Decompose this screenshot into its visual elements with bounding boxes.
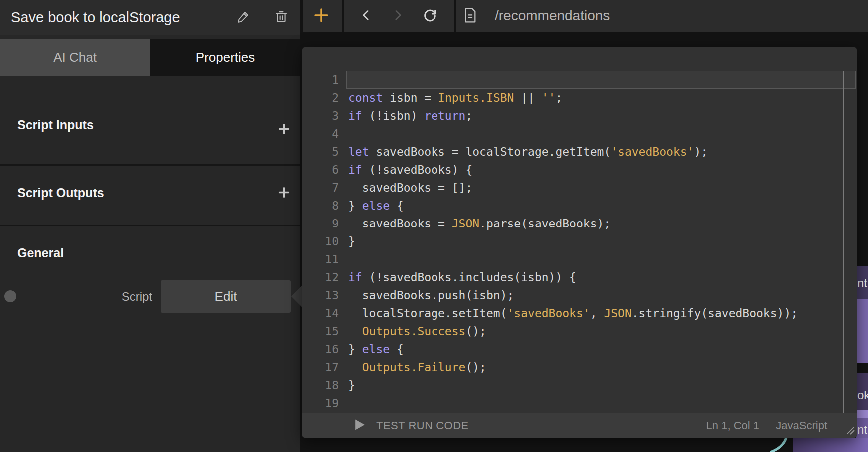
play-icon [355, 419, 365, 432]
line-number: 16 [302, 340, 339, 358]
code-line[interactable]: localStorage.setItem('savedBooks', JSON.… [348, 304, 798, 322]
active-line-highlight [346, 71, 856, 89]
code-line[interactable]: if (!savedBooks) { [348, 161, 472, 179]
toolbar-tile-add [303, 0, 342, 32]
indent-guide [351, 179, 351, 197]
page-icon [463, 7, 477, 25]
plus-icon [278, 123, 290, 137]
code-line[interactable]: } else { [348, 340, 404, 358]
indent-guide [351, 358, 351, 376]
line-number: 2 [302, 89, 339, 107]
line-number: 17 [302, 358, 339, 376]
editor-scrollbar[interactable] [843, 71, 844, 413]
forward-button[interactable] [387, 0, 409, 32]
add-script-output-button[interactable] [274, 183, 294, 203]
code-line[interactable]: const isbn = Inputs.ISBN || ''; [348, 89, 562, 107]
line-number: 1 [302, 71, 339, 89]
indent-guide [351, 286, 351, 304]
chevron-right-icon [391, 7, 404, 25]
tab-properties[interactable]: Properties [150, 39, 300, 76]
line-number: 9 [302, 215, 339, 232]
code-line[interactable]: if (!savedBooks.includes(isbn)) { [348, 268, 576, 286]
add-script-input-button[interactable] [274, 120, 294, 140]
plus-icon-orange [313, 7, 329, 25]
section-title-script-inputs: Script Inputs [17, 117, 94, 132]
line-number: 6 [302, 161, 339, 179]
trash-icon [274, 10, 288, 25]
line-number: 19 [302, 394, 339, 412]
section-title-general: General [17, 245, 64, 260]
cursor-position-status: Ln 1, Col 1 [706, 413, 759, 438]
pencil-icon [237, 10, 250, 25]
line-number: 12 [302, 268, 339, 286]
toolbar-tile-url: /recommendations [456, 0, 868, 32]
refresh-button[interactable] [419, 0, 441, 32]
code-line[interactable]: savedBooks = JSON.parse(savedBooks); [348, 215, 611, 232]
line-number: 11 [302, 250, 339, 268]
line-number: 15 [302, 322, 339, 340]
section-divider [0, 164, 300, 166]
add-node-button[interactable] [310, 0, 332, 32]
edit-script-button[interactable]: Edit [161, 280, 291, 313]
canvas-node-fragment[interactable] [856, 410, 868, 418]
canvas-node-fragment[interactable]: nt [856, 266, 868, 299]
code-line[interactable]: } else { [348, 197, 404, 215]
test-run-code-button[interactable]: TEST RUN CODE [355, 413, 469, 438]
panel-header: Save book to localStorage [0, 0, 300, 35]
tab-ai-chat[interactable]: AI Chat [0, 39, 150, 76]
line-number: 13 [302, 286, 339, 304]
language-badge: JavaScript [776, 413, 827, 438]
editor-footer-bar: TEST RUN CODE Ln 1, Col 1 JavaScript [302, 413, 857, 438]
indent-guide [351, 322, 351, 340]
code-line[interactable]: } [348, 232, 355, 250]
canvas-node-fragment[interactable]: ok [856, 373, 868, 410]
code-line[interactable]: Outputs.Failure(); [348, 358, 486, 376]
line-number: 3 [302, 107, 339, 125]
section-title-script-outputs: Script Outputs [17, 185, 104, 200]
line-number: 18 [302, 376, 339, 394]
line-number: 7 [302, 179, 339, 197]
section-divider [0, 225, 300, 226]
line-number: 14 [302, 304, 339, 322]
code-line[interactable]: savedBooks.push(isbn); [348, 286, 514, 304]
code-line[interactable]: savedBooks = []; [348, 179, 472, 197]
canvas-node-fragment[interactable] [856, 299, 868, 363]
chevron-left-icon [360, 7, 373, 25]
script-field-label: Script [77, 290, 152, 304]
indent-guide [351, 304, 351, 322]
code-line[interactable]: if (!isbn) return; [348, 107, 472, 125]
indent-guide [351, 215, 351, 232]
line-number: 4 [302, 125, 339, 143]
toolbar-tile-nav [344, 0, 454, 32]
code-line[interactable]: Outputs.Success(); [348, 322, 486, 340]
page-selector-button[interactable] [459, 0, 481, 32]
panel-tabs: AI Chat Properties [0, 39, 300, 76]
line-number: 5 [302, 143, 339, 161]
plus-icon [278, 186, 290, 200]
script-editor-popover: 12345678910111213141516171819 const isbn… [302, 47, 857, 438]
page-url[interactable]: /recommendations [495, 0, 610, 32]
line-number: 10 [302, 232, 339, 250]
rename-button[interactable] [232, 6, 254, 28]
refresh-icon [423, 8, 437, 24]
code-line[interactable]: let savedBooks = localStorage.getItem('s… [348, 143, 708, 161]
properties-panel: Save book to localStorage AI Chat Proper… [0, 0, 300, 452]
code-line[interactable]: } [348, 376, 355, 394]
test-run-code-label: TEST RUN CODE [376, 419, 469, 432]
resize-handle-icon[interactable] [844, 424, 855, 435]
workflow-title: Save book to localStorage [11, 0, 180, 35]
binding-dot[interactable] [4, 290, 16, 302]
delete-button[interactable] [270, 6, 292, 28]
back-button[interactable] [355, 0, 377, 32]
line-number: 8 [302, 197, 339, 215]
